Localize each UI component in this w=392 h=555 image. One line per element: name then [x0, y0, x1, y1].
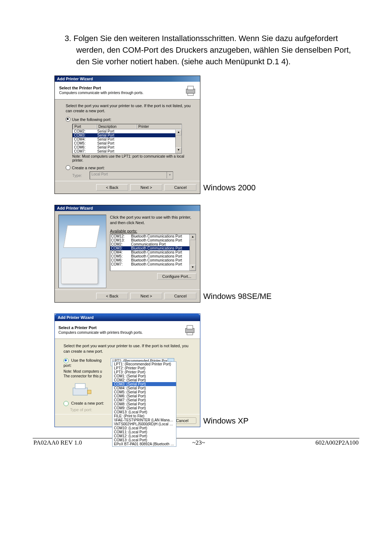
- titlebar: Add Printer Wizard: [55, 205, 200, 211]
- wizard-prompt: Click the port you want to use with this…: [110, 215, 196, 225]
- os-label-win2000: Windows 2000: [203, 183, 256, 194]
- wizard-dialog-win2000: Add Printer Wizard Select the Printer Po…: [54, 76, 200, 194]
- cancel-button[interactable]: Cancel: [164, 184, 196, 191]
- next-button[interactable]: Next >: [130, 184, 162, 191]
- radio-icon[interactable]: [64, 401, 69, 406]
- printer-icon: [184, 84, 197, 97]
- table-row[interactable]: COM7:Serial Port: [73, 149, 181, 153]
- svg-rect-7: [75, 384, 85, 389]
- dropdown-option[interactable]: COM1: (Serial Port): [113, 374, 176, 378]
- port-note: Note: Most computers use the LPT1: port …: [72, 154, 193, 162]
- footer-center: ~23~: [192, 439, 205, 446]
- wizard-prompt: Select the port you want your printer to…: [64, 343, 195, 354]
- printer-icon: [183, 323, 196, 336]
- dialog-subheading: Computers communicate with printers thro…: [59, 91, 143, 95]
- type-label: Type:: [72, 173, 87, 178]
- note-line1: Note: Most computers u: [64, 369, 102, 373]
- list-item[interactable]: COM4:Bluetooth Communications Port: [110, 250, 196, 254]
- svg-rect-2: [188, 93, 193, 96]
- wizard-dialog-winxp: Add Printer Wizard Select a Printer Port…: [54, 313, 200, 427]
- back-button[interactable]: < Back: [96, 293, 128, 299]
- dropdown-option[interactable]: COM12: (Local Port): [113, 434, 176, 438]
- available-ports-label: Available ports:: [110, 229, 196, 233]
- radio-use-port[interactable]: Use the following port:: [66, 117, 193, 122]
- note-line2: The connector for this p: [64, 374, 102, 378]
- footer-right: 602A002P2A100: [315, 439, 359, 446]
- radio-icon[interactable]: [64, 358, 69, 363]
- configure-port-button[interactable]: Configure Port...: [157, 273, 196, 280]
- svg-rect-5: [187, 333, 193, 335]
- table-row[interactable]: COM3:Serial Port: [73, 133, 181, 137]
- table-row[interactable]: COM4:Serial Port: [73, 137, 181, 141]
- list-item[interactable]: COM6:Bluetooth Communications Port: [110, 258, 196, 262]
- dropdown-option[interactable]: COM6: (Serial Port): [113, 394, 176, 398]
- scroll-up-icon[interactable]: ▲: [176, 130, 181, 135]
- dropdown-option[interactable]: COM11: (Local Port): [113, 430, 176, 434]
- list-item[interactable]: COM13:Bluetooth Communications Port: [110, 238, 196, 242]
- port-type-combo: Local Port ▼: [90, 171, 173, 179]
- scroll-down-icon[interactable]: ▼: [176, 147, 181, 153]
- scrollbar[interactable]: ▲ ▼: [175, 130, 181, 153]
- table-row[interactable]: COM5:Serial Port: [73, 141, 181, 145]
- os-label-win98: Windows 98SE/ME: [203, 292, 271, 303]
- radio-create-port[interactable]: Create a new port:: [66, 165, 193, 170]
- svg-rect-4: [187, 325, 193, 329]
- dropdown-arrow-icon: ▼: [167, 172, 173, 178]
- radio-create-port: Create a new port:: [71, 401, 104, 405]
- dropdown-option[interactable]: COM4: (Serial Port): [113, 386, 176, 390]
- dropdown-option[interactable]: FILE: (Print to File): [113, 414, 176, 418]
- cancel-button[interactable]: Cancel: [164, 293, 196, 299]
- list-item[interactable]: COM2:Communications Port: [110, 242, 196, 246]
- back-button[interactable]: < Back: [96, 184, 128, 191]
- port-dropdown-list[interactable]: LPT1: (Recommended Printer Port)LPT2: (P…: [112, 361, 176, 447]
- type-label: Type of port:: [70, 408, 92, 412]
- dialog-heading: Select the Printer Port: [59, 86, 143, 90]
- dropdown-option[interactable]: COM2: (Serial Port): [113, 378, 176, 382]
- dropdown-option[interactable]: LPT2: (Printer Port): [113, 366, 176, 370]
- dropdown-option[interactable]: COM13: (Local Port): [113, 410, 176, 414]
- os-label-winxp: Windows XP: [203, 416, 249, 427]
- list-item[interactable]: COM3:Bluetooth Communications Port: [110, 246, 196, 250]
- svg-rect-6: [73, 388, 87, 395]
- wizard-side-graphic: [58, 215, 106, 288]
- port-table-header: Port Description Printer: [73, 124, 181, 129]
- radio-icon: [66, 117, 70, 122]
- dropdown-option[interactable]: \\FAE-TEST\PRINTER (LAN Manager Printer …: [113, 418, 176, 422]
- titlebar: Add Printer Wizard: [55, 76, 200, 82]
- dropdown-option[interactable]: LPT1: (Recommended Printer Port): [113, 362, 176, 366]
- radio-use-port: Use the following port:: [64, 358, 102, 368]
- dropdown-option[interactable]: COM7: (Serial Port): [113, 398, 176, 402]
- scroll-down-icon[interactable]: ▼: [190, 265, 196, 271]
- scrollbar[interactable]: ▲ ▼: [189, 234, 196, 271]
- port-table[interactable]: Port Description Printer COM2:Serial Por…: [72, 124, 182, 154]
- dialog-heading: Select a Printer Port: [58, 325, 143, 330]
- dropdown-option[interactable]: COM5: (Serial Port): [113, 390, 176, 394]
- instruction-paragraph: 3. Folgen Sie den weiteren Installations…: [65, 33, 359, 68]
- titlebar: Add Printer Wizard: [55, 314, 200, 321]
- dialog-subheading: Computers communicate with printers thro…: [58, 331, 143, 335]
- dropdown-option[interactable]: COM3: (Serial Port): [113, 382, 176, 386]
- table-row[interactable]: COM6:Serial Port: [73, 145, 181, 149]
- svg-rect-8: [87, 390, 91, 394]
- dropdown-option[interactable]: COM9: (Serial Port): [113, 406, 176, 410]
- footer-left: PA02AA0 REV 1.0: [33, 439, 82, 446]
- table-row[interactable]: COM2:Serial Port: [73, 129, 181, 133]
- port-listbox[interactable]: COM12:Bluetooth Communications PortCOM13…: [110, 234, 196, 271]
- printer-connector-image: [71, 381, 93, 399]
- list-item[interactable]: COM12:Bluetooth Communications Port: [110, 234, 196, 238]
- wizard-dialog-win98: Add Printer Wizard Click the port you wa…: [54, 205, 200, 303]
- dropdown-option[interactable]: LPT3: (Printer Port): [113, 370, 176, 374]
- radio-label: Use the following port:: [72, 117, 111, 122]
- dropdown-option[interactable]: EPoX BT-PA01 80892A (Bluetooth Port): [113, 442, 176, 446]
- radio-label: Create a new port:: [72, 166, 105, 170]
- dropdown-option[interactable]: COM10: (Local Port): [113, 426, 176, 430]
- radio-icon: [66, 165, 70, 170]
- scroll-up-icon[interactable]: ▲: [190, 234, 196, 240]
- next-button[interactable]: Next >: [130, 293, 162, 299]
- svg-rect-1: [188, 86, 193, 90]
- dropdown-option[interactable]: COM8: (Serial Port): [113, 402, 176, 406]
- list-item[interactable]: COM7:Bluetooth Communications Port: [110, 262, 196, 266]
- dropdown-option[interactable]: COM13: (Local Port): [113, 438, 176, 442]
- dropdown-option[interactable]: \\NTS002\HPLJ5000(RD)H (Local Port): [113, 422, 176, 426]
- list-item[interactable]: COM5:Bluetooth Communications Port: [110, 254, 196, 258]
